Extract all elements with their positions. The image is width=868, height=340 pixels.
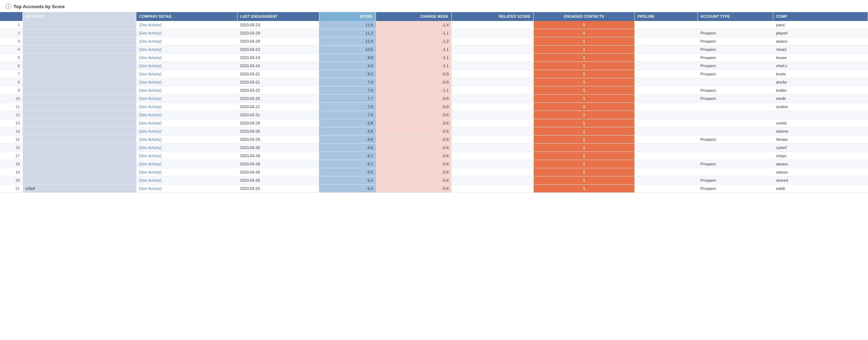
related-score [451, 46, 533, 54]
pipeline [634, 46, 697, 54]
company-detail-link[interactable]: [See Activity] [136, 176, 237, 185]
comp: house [773, 54, 868, 62]
account-name [23, 152, 136, 160]
comp: parsl. [773, 21, 868, 29]
account-name [23, 29, 136, 37]
change-week: -1.1 [376, 29, 452, 37]
related-score [451, 70, 533, 78]
last-engagement: 2023-03-28 [237, 160, 319, 168]
company-detail-link[interactable]: [See Activity] [136, 78, 237, 86]
row-number: 8 [0, 78, 23, 86]
company-detail-link[interactable]: [See Activity] [136, 103, 237, 111]
table-container: ACCOUNT COMPANY DETAIL LAST ENGAGEMENT S… [0, 12, 868, 193]
related-score [451, 95, 533, 103]
change-week: -0.8 [376, 103, 452, 111]
score: 10.6 [319, 46, 376, 54]
change-week: -0.8 [376, 95, 452, 103]
pipeline [634, 62, 697, 70]
company-detail-link[interactable]: [See Activity] [136, 86, 237, 95]
change-week: -1.4 [376, 21, 452, 29]
table-row: 4[See Activity]2023-03-2310.6-1.11Prospe… [0, 46, 868, 54]
pipeline [634, 168, 697, 176]
company-detail-link[interactable]: [See Activity] [136, 95, 237, 103]
page-header: i Top Accounts by Score [0, 0, 868, 12]
score: 6.8 [319, 136, 376, 144]
engaged-contacts: 1 [534, 127, 634, 136]
related-score [451, 29, 533, 37]
comp: truste [773, 70, 868, 78]
company-detail-link[interactable]: [See Activity] [136, 54, 237, 62]
company-detail-link[interactable]: [See Activity] [136, 70, 237, 78]
change-week: -0.9 [376, 70, 452, 78]
engaged-contacts: 1 [534, 152, 634, 160]
table-row: 15[See Activity]2023-03-296.8-0.61Prospe… [0, 136, 868, 144]
pipeline [634, 185, 697, 193]
company-detail-link[interactable]: [See Activity] [136, 136, 237, 144]
table-row: 14[See Activity]2023-03-306.8-0.61vision… [0, 127, 868, 136]
pipeline [634, 103, 697, 111]
last-engagement: 2023-03-26 [237, 176, 319, 185]
related-score [451, 152, 533, 160]
company-detail-link[interactable]: [See Activity] [136, 46, 237, 54]
col-header-related-score: RELATED SCORE [451, 12, 533, 21]
row-number: 14 [0, 127, 23, 136]
related-score [451, 103, 533, 111]
pipeline [634, 111, 697, 119]
company-detail-link[interactable]: [See Activity] [136, 21, 237, 29]
company-detail-link[interactable]: [See Activity] [136, 152, 237, 160]
score: 6.8 [319, 144, 376, 152]
last-engagement: 2023-03-25 [237, 95, 319, 103]
company-detail-link[interactable]: [See Activity] [136, 160, 237, 168]
account-name [23, 78, 136, 86]
comp: aaravs [773, 160, 868, 168]
last-engagement: 2023-03-22 [237, 86, 319, 95]
company-detail-link[interactable]: [See Activity] [136, 119, 237, 127]
pipeline [634, 86, 697, 95]
engaged-contacts: 1 [534, 54, 634, 62]
company-detail-link[interactable]: [See Activity] [136, 37, 237, 46]
col-header-company: COMPANY DETAIL [136, 12, 237, 21]
related-score [451, 37, 533, 46]
row-number: 2 [0, 29, 23, 37]
company-detail-link[interactable]: [See Activity] [136, 62, 237, 70]
last-engagement: 2023-03-30 [237, 127, 319, 136]
last-engagement: 2023-03-26 [237, 168, 319, 176]
change-week: -0.6 [376, 168, 452, 176]
account-type: Prospect [697, 29, 773, 37]
pipeline [634, 78, 697, 86]
account-type [697, 78, 773, 86]
pipeline [634, 160, 697, 168]
account-type [697, 119, 773, 127]
company-detail-link[interactable]: [See Activity] [136, 144, 237, 152]
account-type [697, 144, 773, 152]
row-number: 13 [0, 119, 23, 127]
company-detail-link[interactable]: [See Activity] [136, 29, 237, 37]
last-engagement: 2023-03-25 [237, 185, 319, 193]
comp: artofw [773, 78, 868, 86]
engaged-contacts: 1 [534, 176, 634, 185]
account-name: eSkill [23, 185, 136, 193]
change-week: -0.6 [376, 160, 452, 168]
account-name [23, 111, 136, 119]
score: 6.5 [319, 168, 376, 176]
pipeline [634, 136, 697, 144]
col-header-change-week: CHANGE WEEK [376, 12, 452, 21]
company-detail-link[interactable]: [See Activity] [136, 185, 237, 193]
change-week: -0.6 [376, 127, 452, 136]
account-name [23, 95, 136, 103]
table-row: 6[See Activity]2023-03-169.6-1.11Prospec… [0, 62, 868, 70]
table-row: 19[See Activity]2023-03-266.5-0.61careso [0, 168, 868, 176]
company-detail-link[interactable]: [See Activity] [136, 111, 237, 119]
engaged-contacts: 1 [534, 103, 634, 111]
account-type [697, 152, 773, 160]
comp: miracl [773, 46, 868, 54]
table-row: 17[See Activity]2023-03-286.7-0.61crispx… [0, 152, 868, 160]
score: 11.2 [319, 29, 376, 37]
table-row: 21eSkill[See Activity]2023-03-256.4-0.61… [0, 185, 868, 193]
company-detail-link[interactable]: [See Activity] [136, 127, 237, 136]
row-number: 4 [0, 46, 23, 54]
engaged-contacts: 1 [534, 46, 634, 54]
company-detail-link[interactable]: [See Activity] [136, 168, 237, 176]
related-score [451, 21, 533, 29]
comp: cyberf [773, 144, 868, 152]
